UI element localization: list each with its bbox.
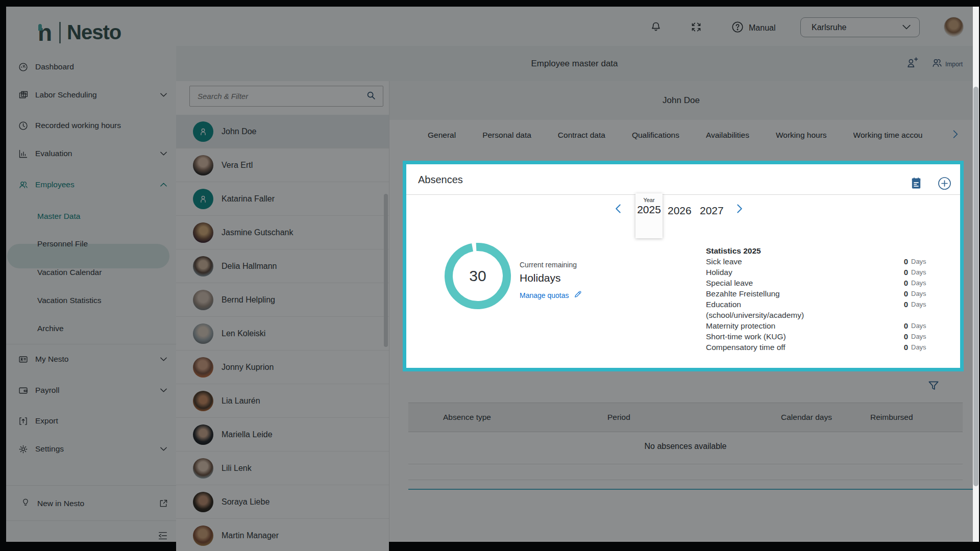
employee-row[interactable]: Delia Hallmann	[176, 249, 389, 283]
tab-personal-data[interactable]: Personal data	[482, 131, 531, 140]
sidebar-item-my-nesto[interactable]: My Nesto	[6, 349, 176, 369]
column-reimbursed: Reimbursed	[870, 403, 913, 432]
sidebar-item-recorded-working-hours[interactable]: Recorded working hours	[6, 115, 176, 136]
tab-working-time-account[interactable]: Working time accou	[853, 131, 923, 140]
employee-row[interactable]: Len Koleiski	[176, 317, 389, 350]
employee-row[interactable]: Martin Manager	[176, 519, 389, 551]
manual-label: Manual	[749, 23, 775, 33]
sidebar-item-new-in-nesto[interactable]: New in Nesto	[6, 493, 176, 514]
sidebar-subitem-master-data[interactable]: Master Data	[6, 206, 176, 227]
logo-text: Nesto	[67, 21, 121, 44]
tab-contract-data[interactable]: Contract data	[558, 131, 605, 140]
sidebar-item-label: Settings	[35, 444, 64, 454]
sidebar-divider	[6, 344, 176, 344]
page-scrollbar-thumb[interactable]	[973, 87, 978, 486]
employee-row[interactable]: Lili Lenk	[176, 452, 389, 485]
employee-row[interactable]: Mariella Leide	[176, 418, 389, 452]
employee-detail-title: John Doe	[389, 81, 973, 120]
sidebar-subitem-label: Vacation Calendar	[37, 268, 102, 277]
sidebar-item-dashboard[interactable]: Dashboard	[6, 57, 176, 77]
sidebar-item-evaluation[interactable]: Evaluation	[6, 143, 176, 164]
manual-button[interactable]: Manual	[731, 20, 775, 36]
grid-icon	[17, 89, 29, 101]
search-icon[interactable]	[365, 90, 377, 103]
sidebar-subitem-archive[interactable]: Archive	[6, 318, 176, 339]
import-label: Import	[945, 61, 963, 68]
notifications-bell-icon[interactable]	[649, 20, 663, 34]
chevron-down-icon	[160, 444, 167, 454]
absence-calendar-icon[interactable]	[909, 176, 923, 190]
year-label: Year	[635, 197, 663, 203]
add-absence-icon[interactable]	[937, 176, 951, 190]
sidebar-subitem-label: Personnel File	[37, 239, 88, 248]
export-icon	[17, 415, 29, 427]
tab-working-hours[interactable]: Working hours	[776, 131, 827, 140]
filter-icon[interactable]	[927, 380, 940, 394]
previous-year-chevron-icon[interactable]	[615, 204, 623, 215]
tab-general[interactable]: General	[428, 131, 456, 140]
stat-row: Bezahlte Freistellung 0 Days	[706, 288, 932, 299]
collapse-sidebar-icon[interactable]	[157, 531, 168, 541]
sidebar-subitem-personnel-file[interactable]: Personnel File	[6, 234, 176, 254]
employee-row[interactable]: Vera Ertl	[176, 148, 389, 182]
sidebar-subitem-label: Archive	[37, 324, 64, 333]
sidebar-item-label: Evaluation	[35, 149, 72, 158]
sidebar-item-settings[interactable]: Settings	[6, 439, 176, 459]
employee-row[interactable]: Katarina Faller	[176, 182, 389, 216]
logo-mark: n	[38, 22, 52, 43]
sidebar-subitem-vacation-calendar[interactable]: Vacation Calendar	[6, 262, 176, 283]
pencil-icon	[573, 290, 582, 300]
sidebar-divider	[6, 520, 176, 521]
sidebar: Dashboard Labor Scheduling Recorded work…	[6, 46, 176, 542]
location-select[interactable]: Karlsruhe	[800, 17, 920, 37]
search-filter-box[interactable]	[189, 86, 383, 107]
tab-qualifications[interactable]: Qualifications	[632, 131, 679, 140]
next-year-chevron-icon[interactable]	[736, 204, 744, 215]
list-scrollbar-thumb[interactable]	[384, 194, 388, 347]
sidebar-subitem-vacation-statistics[interactable]: Vacation Statistics	[6, 290, 176, 311]
employee-name: John Doe	[663, 95, 700, 106]
sidebar-item-employees[interactable]: Employees	[6, 174, 176, 195]
chevron-down-icon	[160, 355, 167, 364]
nesto-logo: n Nesto	[38, 21, 121, 44]
remaining-title: Holidays	[520, 272, 561, 284]
sidebar-divider	[6, 485, 176, 486]
wallet-icon	[17, 385, 29, 396]
employee-row[interactable]: John Doe	[176, 115, 389, 148]
sidebar-item-payroll[interactable]: Payroll	[6, 380, 176, 400]
tab-availabilities[interactable]: Availabilities	[706, 131, 749, 140]
import-button[interactable]: Import	[930, 57, 963, 71]
lightbulb-icon	[20, 497, 31, 510]
year-option-2027[interactable]: 2027	[700, 205, 724, 217]
people-icon	[17, 179, 29, 190]
tabs-overflow-chevron-icon[interactable]	[952, 130, 959, 141]
search-input[interactable]	[198, 92, 365, 101]
avatar	[193, 256, 213, 277]
employee-row[interactable]: Lia Laurén	[176, 384, 389, 418]
add-employee-icon[interactable]	[905, 56, 919, 72]
help-icon	[731, 20, 744, 36]
top-bar: n Nesto Manual Karlsruhe	[6, 7, 973, 46]
bar-chart-icon	[17, 148, 29, 159]
sidebar-item-export[interactable]: Export	[6, 411, 176, 431]
avatar	[193, 357, 213, 378]
empty-table-message: No absences available	[408, 442, 963, 451]
selected-year-box[interactable]: Year 2025	[635, 193, 663, 238]
person-placeholder-avatar	[193, 121, 213, 142]
page-title: Employee master data	[176, 46, 973, 81]
chevron-down-icon	[160, 386, 167, 395]
employee-row[interactable]: Jasmine Gutschank	[176, 216, 389, 249]
employee-row[interactable]: Bernd Helpling	[176, 283, 389, 317]
sidebar-item-labor-scheduling[interactable]: Labor Scheduling	[6, 85, 176, 105]
page-scrollbar[interactable]	[973, 7, 979, 542]
user-avatar[interactable]	[944, 17, 964, 37]
manage-quotas-link[interactable]: Manage quotas	[520, 290, 582, 300]
fullscreen-icon[interactable]	[690, 20, 703, 34]
chevron-down-icon	[160, 149, 167, 158]
year-option-2026[interactable]: 2026	[668, 205, 692, 217]
employee-row[interactable]: Jonny Kuprion	[176, 350, 389, 384]
avatar	[193, 323, 213, 344]
employee-row[interactable]: Soraya Liebe	[176, 485, 389, 519]
logo-divider	[59, 22, 61, 43]
employee-list: John Doe Vera Ertl Katarina Faller Jasmi…	[176, 115, 389, 551]
